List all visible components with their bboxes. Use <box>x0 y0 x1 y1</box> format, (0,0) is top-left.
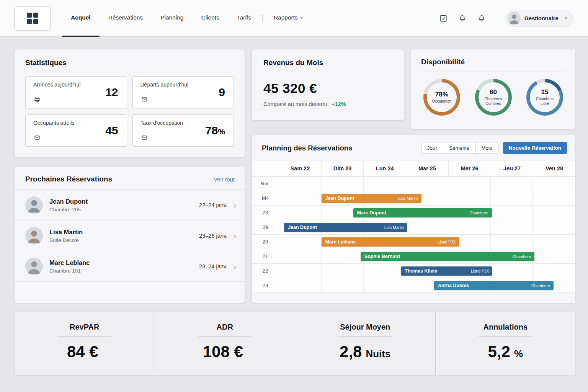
availability-card: Disponibilité 78% Occupation 60 Chambres… <box>411 49 576 129</box>
bar-secondary-label: Lisa Martin <box>384 225 404 230</box>
gantt-lane[interactable]: Sophie Bernard Chambere <box>279 249 575 263</box>
gantt-lane[interactable]: Jean Dupont Lisa Martin <box>279 191 575 205</box>
topbar-actions: Gestionnaire ▾ <box>438 10 573 27</box>
alerts-button[interactable] <box>477 13 487 23</box>
guest-room: Suite Deluxe <box>49 237 83 243</box>
revenue-title: Revenus du Mois <box>263 59 392 67</box>
gantt-row: 23 Anrna Dukois Chambere <box>252 278 575 293</box>
app-launcher-button[interactable] <box>14 6 51 31</box>
kpi-revpar: RevPAR 84 € <box>15 312 155 375</box>
chevron-down-icon: ▾ <box>565 16 567 21</box>
availability-title: Disponibilité <box>421 58 565 66</box>
planning-gantt-grid: Sam 22 Dim 23 Lun 24 Mar 25 Mer 26 Jeu 2… <box>252 160 575 293</box>
guest-name: Marc Leblanc <box>49 259 90 266</box>
day-header-cell[interactable]: Dim 23 <box>321 160 364 176</box>
kpi-value: 84 € <box>15 343 155 361</box>
bar-secondary-label: Chambere <box>531 283 550 288</box>
free-rooms-donut-chart: 15 Chambres Libre <box>526 79 563 116</box>
tasks-button[interactable] <box>438 13 448 23</box>
bar-guest-name: Anrna Dukois <box>438 283 469 288</box>
view-day-button[interactable]: Jour <box>421 142 443 154</box>
chevron-down-icon: ▾ <box>301 15 303 20</box>
chevron-right-icon[interactable]: › <box>234 232 236 240</box>
room-label: 23 <box>252 206 279 220</box>
chevron-right-icon[interactable]: › <box>234 201 236 209</box>
avatar <box>508 12 521 25</box>
reservation-list-item[interactable]: Lisa Martin Suite Deluxe 23–26 janv. › <box>15 220 245 251</box>
nav-item-clients[interactable]: Clients <box>192 0 228 37</box>
kpi-label: Annulations <box>436 323 576 332</box>
revenue-comparison-delta: +12% <box>332 101 346 107</box>
chevron-right-icon[interactable]: › <box>234 262 236 270</box>
reservation-bar[interactable]: Marc Dupont Chambere <box>353 208 492 217</box>
kpi-value: 2,8Nuits <box>295 343 435 361</box>
gantt-row: Nor. <box>252 176 575 191</box>
day-header-cell[interactable]: Mer 26 <box>448 160 491 176</box>
stat-tile-occupants: Occupants atteils 45 <box>25 114 127 147</box>
bell-icon <box>477 14 486 23</box>
room-label: Nor. <box>252 176 279 191</box>
view-all-link[interactable]: Veir tout <box>214 176 235 183</box>
reservation-bar[interactable]: Jean Dupont Lisa Martin <box>284 223 407 232</box>
day-header-cell[interactable]: Mar 25 <box>406 160 448 176</box>
user-menu[interactable]: Gestionnaire ▾ <box>505 10 573 27</box>
divider <box>263 73 392 73</box>
guest-room: Chambre 205 <box>49 207 88 212</box>
gantt-lane[interactable]: Marc Dupont Chambere <box>279 206 575 220</box>
revenue-value: 45 320 € <box>263 81 392 96</box>
reservation-bar[interactable]: Thomas Kllein Lisnd PJX <box>401 266 492 276</box>
reservation-bar[interactable]: Anrna Dukois Chambere <box>434 281 554 290</box>
reservation-bar[interactable]: Sophie Bernard Chambere <box>361 252 534 261</box>
nav-item-rapports[interactable]: Rapports ▾ <box>265 0 311 37</box>
upcoming-header: Prochaines Réservations Veir tout <box>15 167 245 189</box>
nav-item-planning[interactable]: Planning <box>152 0 192 37</box>
day-header-cell[interactable]: Lun 24 <box>363 160 406 176</box>
reservation-bar[interactable]: Jean Dupont Lisa Martin <box>322 194 421 203</box>
bar-guest-name: Sophie Bernard <box>364 254 400 259</box>
grid-icon <box>27 13 38 24</box>
stat-value: 12 <box>105 86 118 99</box>
user-name: Gestionnaire <box>524 15 559 21</box>
kpi-average-stay: Séjour Moyen 2,8Nuits <box>295 312 435 375</box>
statistics-card: Statistiques Arrinces aujourd'hui 12 Dép… <box>14 49 245 158</box>
reservation-dates: 23–24 janv. <box>199 263 227 270</box>
notifications-button[interactable] <box>457 13 467 23</box>
bell-icon <box>458 14 467 23</box>
gantt-lane[interactable] <box>279 176 575 191</box>
gantt-row: 23 Marc Dupont Chambere <box>252 206 575 220</box>
kpi-summary-card: RevPAR 84 € ADR 108 € Séjour Moyen 2,8Nu… <box>14 312 576 375</box>
bar-guest-name: Marc Dupont <box>357 210 386 216</box>
guest-name: Jean Dupont <box>49 198 88 205</box>
nav-item-accueil[interactable]: Acquel <box>62 0 100 37</box>
main-nav: Acquel Réservations Planning Clients Tar… <box>62 0 311 37</box>
gantt-lane[interactable]: Jean Dupont Lisa Martin <box>279 220 575 234</box>
revenue-comparison-label: Comparé au mois desertu: <box>263 101 329 107</box>
gantt-row: 22 Thomas Kllein Lisnd PJX <box>252 264 575 278</box>
nav-item-rapports-label: Rapports <box>274 14 298 21</box>
view-toggle-group: Jour Semeine Mois <box>421 142 498 154</box>
gantt-lane[interactable]: Thomas Kllein Lisnd PJX <box>279 264 575 278</box>
new-reservation-button[interactable]: Nouvelle Réservation <box>503 142 567 154</box>
gantt-row: 20 Marc Leblanc Lisnd PJX <box>252 235 575 249</box>
nav-item-tarifs[interactable]: Tarifs <box>228 0 260 37</box>
reservation-dates: 22–24 janv. <box>199 202 227 208</box>
upcoming-title: Prochaines Réservations <box>25 175 112 183</box>
reservation-list-item[interactable]: Marc Leblanc Chambre 101 23–24 janv. › <box>15 251 245 282</box>
bar-secondary-label: Lisnd PJX <box>438 240 456 244</box>
bar-guest-name: Thomas Kllein <box>405 268 437 274</box>
day-header-cell[interactable]: Jeu 27 <box>491 160 533 176</box>
day-header-cell[interactable]: Sam 22 <box>279 160 321 176</box>
reservation-bar[interactable]: Marc Leblanc Lisnd PJX <box>322 237 459 247</box>
nav-item-reservations[interactable]: Réservations <box>100 0 152 37</box>
view-week-button[interactable]: Semeine <box>443 142 475 154</box>
gantt-row: M4 Jean Dupont Lisa Martin <box>252 191 575 206</box>
gantt-lane[interactable]: Anrna Dukois Chambere <box>279 278 575 292</box>
bar-secondary-label: Chambere <box>512 254 531 259</box>
day-header-cell[interactable]: Ven 28 <box>533 160 575 176</box>
planning-header: Planning des Réservations Jour Semeine M… <box>252 135 575 160</box>
view-month-button[interactable]: Mois <box>475 142 498 154</box>
donut-label: Chambres Cumbres <box>482 97 505 106</box>
reservation-list-item[interactable]: Jean Dupont Chambre 205 22–24 janv. › <box>15 190 245 220</box>
bar-secondary-label: Lisa Martin <box>398 196 418 201</box>
gantt-lane[interactable]: Marc Leblanc Lisnd PJX <box>279 235 575 249</box>
